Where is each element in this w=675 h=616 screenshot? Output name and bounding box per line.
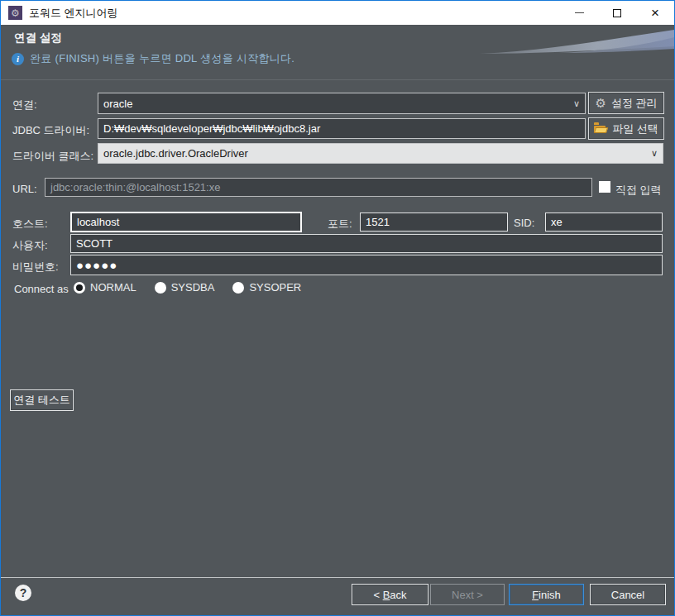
port-field[interactable]: 1521 [360, 212, 508, 232]
file-select-label: 파일 선택 [612, 122, 658, 136]
page-title: 연결 설정 [14, 31, 62, 45]
connect-as-label: Connect as [14, 283, 69, 295]
connection-combobox[interactable]: oracle ∨ [98, 93, 586, 114]
footer-separator [1, 577, 674, 578]
url-value: jdbc:oracle:thin:@localhost:1521:xe [50, 181, 220, 193]
info-icon: i [12, 53, 24, 65]
app-icon: ⚙ [8, 6, 22, 20]
test-connection-label: 연결 테스트 [13, 393, 70, 408]
password-label: 비밀번호: [12, 260, 59, 275]
radio-label-normal: NORMAL [90, 281, 136, 294]
forward-engineering-dialog: ⚙ 포워드 엔지니어링 × 연결 설정 i 완료 (FINISH) 버튼을 누 [0, 0, 675, 616]
cancel-label: Cancel [611, 589, 644, 601]
next-label: Next > [452, 589, 483, 601]
close-icon: × [651, 5, 659, 21]
gear-icon: ⚙ [595, 97, 606, 109]
port-value: 1521 [366, 216, 390, 228]
sid-field[interactable]: xe [545, 212, 663, 232]
chevron-down-icon: ∨ [573, 98, 580, 109]
maximize-button[interactable] [598, 1, 636, 25]
driver-class-label: 드라이버 클래스: [12, 149, 93, 164]
user-label: 사용자: [12, 238, 48, 253]
manage-settings-label: 설정 관리 [611, 96, 658, 111]
manage-settings-button[interactable]: ⚙ 설정 관리 [588, 92, 664, 114]
chevron-down-icon: ∨ [651, 148, 658, 159]
jdbc-driver-field[interactable]: D:₩dev₩sqldeveloper₩jdbc₩lib₩ojdbc8.jar [98, 118, 586, 139]
finish-label: Finish [532, 589, 561, 601]
help-icon: ? [20, 586, 27, 599]
info-message-row: i 완료 (FINISH) 버튼을 누르면 DDL 생성을 시작합니다. [12, 51, 294, 66]
sid-value: xe [551, 216, 562, 228]
radio-icon-sysdba [155, 282, 166, 294]
window-controls: × [560, 1, 674, 25]
gear-icon: ⚙ [11, 8, 20, 18]
direct-input-label: 직접 입력 [615, 183, 662, 198]
radio-option-normal[interactable]: NORMAL [74, 281, 136, 294]
driver-class-value: oracle.jdbc.driver.OracleDriver [103, 147, 248, 160]
test-connection-button[interactable]: 연결 테스트 [10, 389, 74, 411]
radio-option-sysoper[interactable]: SYSOPER [232, 281, 301, 294]
url-label: URL: [12, 183, 37, 195]
wizard-banner: 연결 설정 i 완료 (FINISH) 버튼을 누르면 DDL 생성을 시작합니… [1, 25, 674, 80]
close-button[interactable]: × [636, 1, 674, 25]
connect-as-radio-group: NORMAL SYSDBA SYSOPER [74, 281, 301, 294]
maximize-icon [613, 9, 621, 17]
back-label: < Back [373, 589, 406, 601]
radio-label-sysoper: SYSOPER [249, 281, 301, 294]
info-message: 완료 (FINISH) 버튼을 누르면 DDL 생성을 시작합니다. [30, 51, 294, 66]
title-bar: ⚙ 포워드 엔지니어링 × [1, 1, 674, 25]
host-field[interactable]: localhost [70, 212, 302, 232]
minimize-button[interactable] [560, 1, 598, 25]
password-masked-value: ●●●●● [76, 258, 117, 272]
host-value: localhost [77, 216, 119, 228]
port-label: 포트: [328, 217, 352, 232]
driver-class-combobox[interactable]: oracle.jdbc.driver.OracleDriver ∨ [98, 143, 663, 164]
radio-icon-normal [74, 282, 85, 294]
radio-label-sysdba: SYSDBA [171, 281, 215, 294]
jdbc-driver-value: D:₩dev₩sqldeveloper₩jdbc₩lib₩ojdbc8.jar [103, 122, 320, 135]
next-button: Next > [430, 584, 505, 605]
jdbc-driver-label: JDBC 드라이버: [12, 123, 89, 138]
window-title: 포워드 엔지니어링 [29, 6, 118, 21]
password-field[interactable]: ●●●●● [70, 255, 663, 275]
direct-input-checkbox[interactable] [599, 181, 610, 193]
connection-label: 연결: [12, 98, 37, 112]
url-field[interactable]: jdbc:oracle:thin:@localhost:1521:xe [45, 178, 592, 197]
user-field[interactable]: SCOTT [70, 234, 663, 253]
banner-swoosh-decoration [467, 26, 674, 60]
minimize-icon [575, 12, 584, 13]
host-label: 호스트: [12, 217, 48, 232]
cancel-button[interactable]: Cancel [590, 584, 666, 605]
radio-option-sysdba[interactable]: SYSDBA [155, 281, 215, 294]
sid-label: SID: [514, 217, 534, 229]
connection-value: oracle [103, 98, 132, 110]
back-button[interactable]: < Back [352, 584, 428, 605]
user-value: SCOTT [76, 237, 112, 250]
file-select-button[interactable]: 파일 선택 [588, 117, 664, 140]
finish-button[interactable]: Finish [509, 584, 584, 605]
help-button[interactable]: ? [15, 585, 31, 601]
open-folder-icon [594, 124, 607, 133]
radio-icon-sysoper [232, 282, 244, 294]
